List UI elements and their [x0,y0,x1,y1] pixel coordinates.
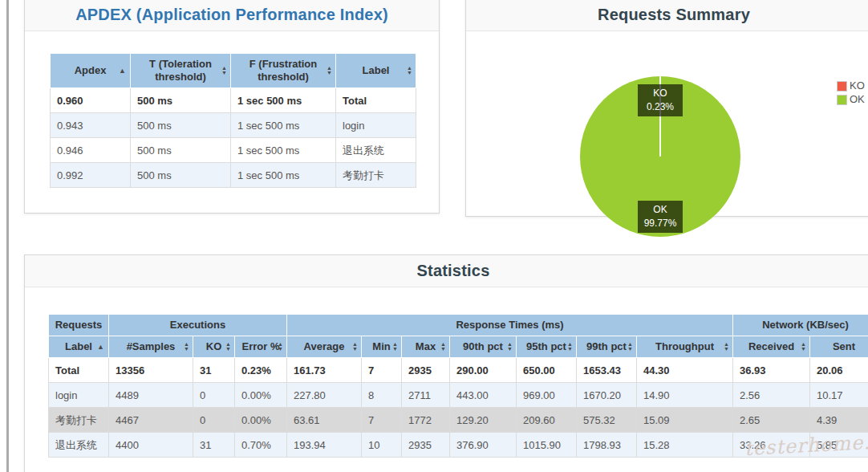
cell: 14.90 [637,383,733,408]
cell: 36.93 [733,358,810,383]
cell: 2935 [402,358,450,383]
cell: 10.17 [810,383,868,408]
col-header-label[interactable]: Label ▲▼ [336,54,416,88]
group-header-response-times: Response Times (ms) [287,315,733,336]
cell: 129.20 [450,408,517,433]
apdex-table: Apdex ▲ T (Toleration threshold) ▲▼ F (F… [50,53,416,188]
col-header-frustration-label: F (Frustration threshold) [249,58,318,83]
col-header-90th-pct-text: 90th pct [463,340,503,352]
requests-summary-header: Requests Summary [466,0,868,31]
sort-both-icon: ▲▼ [724,342,729,352]
col-header-90th-pct[interactable]: 90th pct ▲▼ [450,336,517,358]
col-header-min[interactable]: Min ▲▼ [362,336,402,358]
table-row-logout: 0.946 500 ms 1 sec 500 ms 退出系统 [51,138,416,163]
col-header-average-text: Average [304,340,345,352]
table-row-login: 0.943 500 ms 1 sec 500 ms login [51,113,416,138]
col-header-label[interactable]: Label ▲ [49,336,109,358]
cell: 443.00 [450,383,517,408]
cell: 考勤打卡 [49,408,109,433]
col-header-sent[interactable]: Sent ▲▼ [810,336,868,358]
col-header-max-text: Max [416,340,436,352]
cell: 1 sec 500 ms [231,138,336,163]
cell: 0.946 [51,138,131,163]
col-header-throughput[interactable]: Throughput ▲▼ [637,336,733,358]
cell: 考勤打卡 [336,163,416,188]
col-header-label-label: Label [363,64,390,76]
cell: 2711 [402,383,450,408]
cell: 4489 [109,383,193,408]
statistics-panel-title: Statistics [417,262,490,280]
col-header-samples[interactable]: #Samples ▲▼ [109,336,193,358]
cell: 969.00 [517,383,577,408]
cell: Total [336,88,416,113]
apdex-panel-header: APDEX (Application Performance Index) [25,0,439,31]
legend-swatch-ko [837,81,847,92]
col-header-frustration[interactable]: F (Frustration threshold) ▲▼ [231,54,336,88]
col-header-toleration-label: T (Toleration threshold) [149,58,212,83]
col-header-apdex-label: Apdex [75,64,107,76]
col-header-error-pct[interactable]: Error % ▲▼ [235,336,287,358]
cell: 1798.93 [577,433,637,458]
cell: 15.09 [637,408,733,433]
pie-label-ko-name: KO [639,87,681,100]
cell: 193.94 [287,433,362,458]
cell: 0 [193,383,235,408]
statistics-column-header-row: Label ▲ #Samples ▲▼ KO ▲▼ Error % ▲▼ Ave… [49,336,868,358]
apdex-panel: APDEX (Application Performance Index) Ap… [24,0,440,214]
cell: 7 [362,358,402,383]
sidebar-edge-divider [6,0,9,472]
table-row-total: Total 13356 31 0.23% 161.73 7 2935 290.0… [49,358,868,383]
cell: 500 ms [131,113,231,138]
cell: login [49,383,109,408]
cell: 1 sec 500 ms [231,113,336,138]
cell: 0.992 [51,163,131,188]
col-header-99th-pct-text: 99th pct [586,340,627,352]
col-header-sent-text: Sent [833,340,855,352]
col-header-received-text: Received [748,340,794,352]
sort-both-icon: ▲▼ [507,342,513,352]
cell: 1670.20 [577,383,637,408]
sort-both-icon: ▲▼ [352,342,358,352]
col-header-ko[interactable]: KO ▲▼ [193,336,235,358]
cell: Total [49,358,109,383]
group-header-executions: Executions [109,315,287,336]
cell: 31 [193,433,235,458]
statistics-panel-header: Statistics [25,255,868,287]
sort-asc-icon: ▲ [119,67,126,75]
col-header-throughput-text: Throughput [655,340,714,352]
col-header-average[interactable]: Average ▲▼ [287,336,362,358]
cell: 44.30 [637,358,733,383]
sort-both-icon: ▲▼ [567,342,573,352]
col-header-samples-text: #Samples [127,340,176,352]
col-header-99th-pct[interactable]: 99th pct ▲▼ [577,336,637,358]
sort-both-icon: ▲▼ [225,342,231,352]
cell: 8 [362,383,402,408]
cell: 376.90 [450,433,517,458]
cell: 227.80 [287,383,362,408]
cell: 161.73 [287,358,362,383]
cell: 0.943 [51,113,131,138]
cell: 1653.43 [577,358,637,383]
cell: 33.26 [733,433,810,458]
cell: 2.56 [733,383,810,408]
col-header-received[interactable]: Received ▲▼ [733,336,810,358]
cell: 0.23% [235,358,287,383]
col-header-label-text: Label [65,340,92,352]
sort-both-icon: ▲▼ [327,66,332,75]
legend-swatch-ok [837,95,847,105]
table-row-attendance: 考勤打卡 4467 0 0.00% 63.61 7 1772 129.20 20… [49,408,868,433]
cell: 10 [362,433,402,458]
pie-label-ok: OK 99.77% [638,201,683,233]
requests-summary-panel: Requests Summary KO 0.23% OK 99.77% KO O… [465,0,868,217]
cell: 4467 [109,408,193,433]
col-header-95th-pct[interactable]: 95th pct ▲▼ [517,336,577,358]
sort-both-icon: ▲▼ [278,342,283,352]
col-header-apdex[interactable]: Apdex ▲ [51,54,131,88]
cell: 1 sec 500 ms [231,163,336,188]
sort-both-icon: ▲▼ [407,66,412,75]
cell: 63.61 [287,408,362,433]
statistics-group-header-row: Requests Executions Response Times (ms) … [49,315,868,336]
col-header-max[interactable]: Max ▲▼ [402,336,450,358]
col-header-toleration[interactable]: T (Toleration threshold) ▲▼ [131,54,231,88]
cell: 209.60 [517,408,577,433]
